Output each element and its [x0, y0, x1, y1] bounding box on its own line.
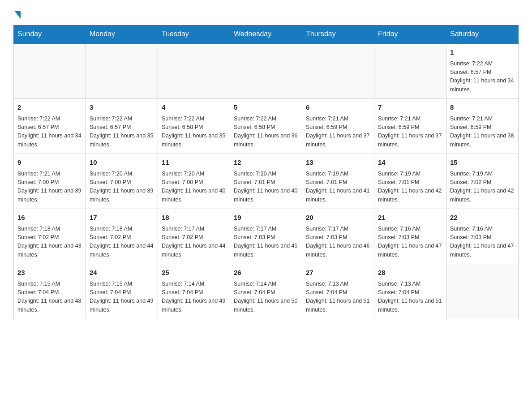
- day-cell: 20Sunrise: 7:17 AMSunset: 7:03 PMDayligh…: [302, 209, 374, 264]
- day-cell: 6Sunrise: 7:21 AMSunset: 6:59 PMDaylight…: [302, 99, 374, 154]
- day-number: 15: [450, 158, 515, 168]
- day-number: 14: [378, 158, 442, 168]
- day-info: Sunrise: 7:17 AMSunset: 7:02 PMDaylight:…: [162, 225, 226, 260]
- day-number: 22: [450, 213, 515, 223]
- day-cell: [446, 264, 519, 319]
- day-info: Sunrise: 7:20 AMSunset: 7:00 PMDaylight:…: [90, 170, 154, 205]
- day-number: 19: [234, 213, 298, 223]
- day-cell: [158, 43, 230, 99]
- day-number: 1: [450, 47, 515, 58]
- day-number: 20: [306, 213, 370, 223]
- week-row-5: 23Sunrise: 7:15 AMSunset: 7:04 PMDayligh…: [14, 264, 519, 319]
- day-number: 8: [450, 103, 515, 113]
- day-cell: 3Sunrise: 7:22 AMSunset: 6:57 PMDaylight…: [86, 99, 158, 154]
- day-info: Sunrise: 7:21 AMSunset: 6:59 PMDaylight:…: [378, 115, 442, 150]
- day-cell: 14Sunrise: 7:19 AMSunset: 7:01 PMDayligh…: [374, 154, 446, 209]
- header-thursday: Thursday: [302, 26, 374, 43]
- day-info: Sunrise: 7:18 AMSunset: 7:02 PMDaylight:…: [90, 225, 154, 260]
- day-number: 21: [378, 213, 442, 223]
- day-number: 17: [90, 213, 154, 223]
- day-number: 2: [17, 103, 82, 113]
- day-info: Sunrise: 7:17 AMSunset: 7:03 PMDaylight:…: [306, 225, 370, 260]
- day-cell: 22Sunrise: 7:16 AMSunset: 7:03 PMDayligh…: [446, 209, 519, 264]
- day-cell: 2Sunrise: 7:22 AMSunset: 6:57 PMDaylight…: [14, 99, 86, 154]
- day-cell: 12Sunrise: 7:20 AMSunset: 7:01 PMDayligh…: [230, 154, 302, 209]
- day-number: 6: [306, 103, 370, 113]
- page-header: [13, 9, 519, 17]
- day-cell: 5Sunrise: 7:22 AMSunset: 6:58 PMDaylight…: [230, 99, 302, 154]
- day-cell: 1Sunrise: 7:22 AMSunset: 6:57 PMDaylight…: [446, 43, 519, 99]
- header-sunday: Sunday: [14, 26, 86, 43]
- day-cell: [86, 43, 158, 99]
- header-tuesday: Tuesday: [158, 26, 230, 43]
- day-number: 7: [378, 103, 442, 113]
- day-info: Sunrise: 7:15 AMSunset: 7:04 PMDaylight:…: [90, 280, 154, 315]
- day-cell: 4Sunrise: 7:22 AMSunset: 6:58 PMDaylight…: [158, 99, 230, 154]
- week-row-2: 2Sunrise: 7:22 AMSunset: 6:57 PMDaylight…: [14, 99, 519, 154]
- day-cell: 28Sunrise: 7:13 AMSunset: 7:04 PMDayligh…: [374, 264, 446, 319]
- day-number: 16: [17, 213, 82, 223]
- header-saturday: Saturday: [446, 26, 519, 43]
- day-info: Sunrise: 7:14 AMSunset: 7:04 PMDaylight:…: [234, 280, 298, 315]
- day-info: Sunrise: 7:22 AMSunset: 6:57 PMDaylight:…: [450, 60, 515, 94]
- day-cell: 27Sunrise: 7:13 AMSunset: 7:04 PMDayligh…: [302, 264, 374, 319]
- day-number: 5: [234, 103, 298, 113]
- day-number: 28: [378, 268, 442, 278]
- day-info: Sunrise: 7:21 AMSunset: 6:59 PMDaylight:…: [450, 115, 515, 150]
- logo: [13, 9, 21, 17]
- day-info: Sunrise: 7:21 AMSunset: 6:59 PMDaylight:…: [306, 115, 370, 150]
- day-info: Sunrise: 7:19 AMSunset: 7:01 PMDaylight:…: [306, 170, 370, 205]
- day-info: Sunrise: 7:22 AMSunset: 6:58 PMDaylight:…: [234, 115, 298, 150]
- day-cell: 13Sunrise: 7:19 AMSunset: 7:01 PMDayligh…: [302, 154, 374, 209]
- day-cell: 10Sunrise: 7:20 AMSunset: 7:00 PMDayligh…: [86, 154, 158, 209]
- day-cell: 17Sunrise: 7:18 AMSunset: 7:02 PMDayligh…: [86, 209, 158, 264]
- day-cell: [14, 43, 86, 99]
- day-number: 26: [234, 268, 298, 278]
- day-info: Sunrise: 7:14 AMSunset: 7:04 PMDaylight:…: [162, 280, 226, 315]
- day-cell: [230, 43, 302, 99]
- day-cell: [374, 43, 446, 99]
- day-info: Sunrise: 7:21 AMSunset: 7:00 PMDaylight:…: [17, 170, 82, 205]
- calendar-table: SundayMondayTuesdayWednesdayThursdayFrid…: [13, 25, 519, 319]
- header-wednesday: Wednesday: [230, 26, 302, 43]
- day-number: 4: [162, 103, 226, 113]
- day-number: 12: [234, 158, 298, 168]
- day-info: Sunrise: 7:22 AMSunset: 6:57 PMDaylight:…: [17, 115, 82, 150]
- day-info: Sunrise: 7:15 AMSunset: 7:04 PMDaylight:…: [17, 280, 82, 315]
- day-cell: 11Sunrise: 7:20 AMSunset: 7:00 PMDayligh…: [158, 154, 230, 209]
- day-info: Sunrise: 7:13 AMSunset: 7:04 PMDaylight:…: [378, 280, 442, 315]
- day-info: Sunrise: 7:16 AMSunset: 7:03 PMDaylight:…: [378, 225, 442, 260]
- day-info: Sunrise: 7:13 AMSunset: 7:04 PMDaylight:…: [306, 280, 370, 315]
- week-row-3: 9Sunrise: 7:21 AMSunset: 7:00 PMDaylight…: [14, 154, 519, 209]
- day-number: 25: [162, 268, 226, 278]
- week-row-1: 1Sunrise: 7:22 AMSunset: 6:57 PMDaylight…: [14, 43, 519, 99]
- day-number: 24: [90, 268, 154, 278]
- day-cell: 21Sunrise: 7:16 AMSunset: 7:03 PMDayligh…: [374, 209, 446, 264]
- day-info: Sunrise: 7:17 AMSunset: 7:03 PMDaylight:…: [234, 225, 298, 260]
- day-number: 11: [162, 158, 226, 168]
- day-info: Sunrise: 7:22 AMSunset: 6:57 PMDaylight:…: [90, 115, 154, 150]
- day-info: Sunrise: 7:19 AMSunset: 7:02 PMDaylight:…: [450, 170, 515, 205]
- header-monday: Monday: [86, 26, 158, 43]
- day-number: 18: [162, 213, 226, 223]
- day-cell: 24Sunrise: 7:15 AMSunset: 7:04 PMDayligh…: [86, 264, 158, 319]
- week-row-4: 16Sunrise: 7:18 AMSunset: 7:02 PMDayligh…: [14, 209, 519, 264]
- day-cell: 9Sunrise: 7:21 AMSunset: 7:00 PMDaylight…: [14, 154, 86, 209]
- day-cell: 26Sunrise: 7:14 AMSunset: 7:04 PMDayligh…: [230, 264, 302, 319]
- day-number: 3: [90, 103, 154, 113]
- day-info: Sunrise: 7:18 AMSunset: 7:02 PMDaylight:…: [17, 225, 82, 260]
- day-cell: 16Sunrise: 7:18 AMSunset: 7:02 PMDayligh…: [14, 209, 86, 264]
- day-number: 13: [306, 158, 370, 168]
- day-cell: 8Sunrise: 7:21 AMSunset: 6:59 PMDaylight…: [446, 99, 519, 154]
- day-cell: 7Sunrise: 7:21 AMSunset: 6:59 PMDaylight…: [374, 99, 446, 154]
- day-cell: 25Sunrise: 7:14 AMSunset: 7:04 PMDayligh…: [158, 264, 230, 319]
- day-cell: 23Sunrise: 7:15 AMSunset: 7:04 PMDayligh…: [14, 264, 86, 319]
- day-info: Sunrise: 7:20 AMSunset: 7:01 PMDaylight:…: [234, 170, 298, 205]
- day-cell: [302, 43, 374, 99]
- day-info: Sunrise: 7:20 AMSunset: 7:00 PMDaylight:…: [162, 170, 226, 205]
- day-number: 27: [306, 268, 370, 278]
- day-number: 23: [17, 268, 82, 278]
- day-cell: 15Sunrise: 7:19 AMSunset: 7:02 PMDayligh…: [446, 154, 519, 209]
- calendar-header-row: SundayMondayTuesdayWednesdayThursdayFrid…: [14, 26, 519, 43]
- day-info: Sunrise: 7:22 AMSunset: 6:58 PMDaylight:…: [162, 115, 226, 150]
